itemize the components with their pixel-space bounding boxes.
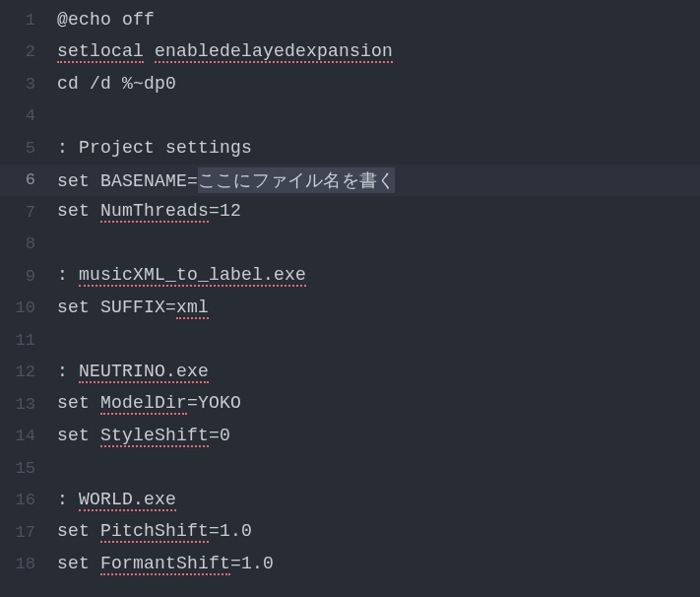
code-line[interactable]: 16: WORLD.exe	[0, 485, 700, 517]
code-token: set	[57, 426, 100, 445]
line-number: 11	[0, 331, 41, 350]
spellcheck-token: WORLD.exe	[79, 490, 176, 511]
code-token: :	[57, 362, 79, 381]
code-token: =YOKO	[187, 393, 241, 413]
code-content[interactable]: : musicXML_to_label.exe	[41, 265, 306, 287]
spellcheck-token: xml	[176, 298, 209, 319]
code-content[interactable]: set SUFFIX=xml	[41, 298, 209, 319]
line-number: 6	[0, 170, 41, 189]
spellcheck-token: NEUTRINO.exe	[79, 362, 209, 383]
spellcheck-token: ModelDir	[100, 393, 187, 415]
spellcheck-token: enabledelayedexpansion	[155, 41, 393, 63]
line-number: 12	[0, 363, 41, 381]
line-number: 17	[0, 523, 41, 542]
line-number: 3	[0, 75, 41, 94]
code-content[interactable]: set FormantShift=1.0	[41, 554, 274, 575]
code-content[interactable]: cd /d %~dp0	[41, 74, 176, 94]
code-token: set	[57, 201, 100, 221]
code-content[interactable]: : NEUTRINO.exe	[41, 362, 209, 383]
spellcheck-token: setlocal	[57, 41, 144, 63]
code-line[interactable]: 9: musicXML_to_label.exe	[0, 260, 700, 293]
code-line[interactable]: 2setlocal enabledelayedexpansion	[0, 36, 700, 69]
code-line[interactable]: 8	[0, 229, 700, 261]
code-content[interactable]: set NumThreads=12	[41, 201, 241, 223]
spellcheck-token: PitchShift	[100, 521, 209, 543]
code-line[interactable]: 14set StyleShift=0	[0, 421, 700, 453]
code-line[interactable]: 6set BASENAME=ここにファイル名を書く	[0, 165, 700, 197]
code-token: =1.0	[209, 521, 252, 541]
code-token: =12	[209, 201, 241, 221]
code-content[interactable]: : Project settings	[41, 138, 252, 158]
code-content[interactable]: set ModelDir=YOKO	[41, 393, 241, 415]
code-token: :	[57, 265, 79, 285]
line-number: 7	[0, 203, 41, 222]
code-token	[144, 41, 155, 61]
code-token: : Project settings	[57, 138, 252, 158]
code-line[interactable]: 1@echo off	[0, 4, 700, 36]
spellcheck-token: FormantShift	[100, 554, 230, 575]
code-editor[interactable]: 1@echo off2setlocal enabledelayedexpansi…	[0, 0, 700, 580]
code-line[interactable]: 4	[0, 100, 700, 133]
line-number: 8	[0, 234, 41, 253]
line-number: 9	[0, 267, 41, 286]
line-number: 2	[0, 42, 41, 61]
spellcheck-token: NumThreads	[100, 201, 209, 223]
code-token: set BASENAME=	[57, 171, 198, 191]
code-content[interactable]: setlocal enabledelayedexpansion	[41, 41, 393, 63]
code-content[interactable]: set StyleShift=0	[41, 426, 230, 447]
code-token: set	[57, 554, 100, 573]
spellcheck-token: musicXML_to_label.exe	[79, 265, 306, 287]
spellcheck-token: StyleShift	[100, 426, 209, 447]
line-number: 13	[0, 395, 41, 414]
line-number: 14	[0, 427, 41, 445]
code-content[interactable]: set PitchShift=1.0	[41, 521, 252, 543]
line-number: 16	[0, 491, 41, 509]
line-number: 18	[0, 555, 41, 573]
line-number: 1	[0, 11, 41, 30]
code-line[interactable]: 18set FormantShift=1.0	[0, 549, 700, 581]
selected-text: ここにファイル名を書く	[198, 167, 395, 193]
code-line[interactable]: 11	[0, 324, 700, 357]
code-token: =1.0	[230, 554, 274, 573]
code-token: @echo off	[57, 10, 155, 30]
code-content[interactable]: set BASENAME=ここにファイル名を書く	[41, 167, 395, 193]
code-token: =0	[209, 426, 230, 445]
code-line[interactable]: 15	[0, 452, 700, 485]
code-line[interactable]: 12: NEUTRINO.exe	[0, 357, 700, 389]
code-token: set	[57, 521, 100, 541]
line-number: 4	[0, 106, 41, 125]
code-line[interactable]: 5: Project settings	[0, 132, 700, 165]
code-line[interactable]: 3cd /d %~dp0	[0, 68, 700, 100]
code-content[interactable]: : WORLD.exe	[41, 490, 176, 511]
line-number: 15	[0, 459, 41, 478]
code-line[interactable]: 10set SUFFIX=xml	[0, 293, 700, 325]
code-token: :	[57, 490, 79, 509]
code-token: cd /d %~dp0	[57, 74, 176, 94]
code-content[interactable]: @echo off	[41, 10, 155, 30]
code-token: set SUFFIX=	[57, 298, 176, 317]
code-line[interactable]: 17set PitchShift=1.0	[0, 516, 700, 549]
code-line[interactable]: 13set ModelDir=YOKO	[0, 388, 700, 421]
line-number: 5	[0, 139, 41, 158]
code-token: set	[57, 393, 100, 413]
line-number: 10	[0, 298, 41, 317]
code-line[interactable]: 7set NumThreads=12	[0, 196, 700, 229]
